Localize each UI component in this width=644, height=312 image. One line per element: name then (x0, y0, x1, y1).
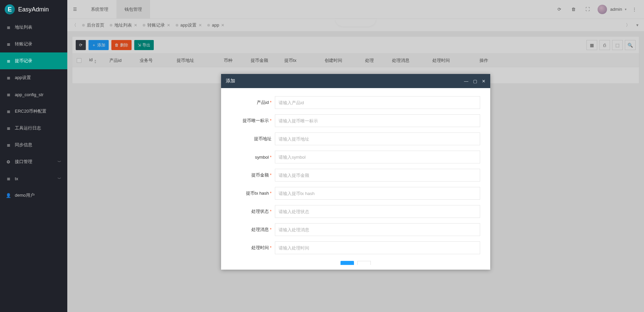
list-icon: ≣ (6, 176, 11, 181)
form-label-7: 处理消息* (231, 227, 275, 233)
sidebar-item-6[interactable]: ≣ 工具运行日志 (0, 120, 67, 136)
logo-icon: E (5, 4, 15, 14)
sidebar-item-1[interactable]: ≣ 转账记录 (0, 36, 67, 52)
sidebar-item-0[interactable]: ≣ 地址列表 (0, 19, 67, 36)
form-label-8: 处理时间* (231, 245, 275, 251)
chevron-down-icon: ﹀ (58, 159, 61, 164)
minimize-icon[interactable]: — (464, 79, 468, 84)
form-input-1[interactable] (275, 114, 480, 127)
modal-footer-peek (231, 261, 480, 265)
user-icon: 👤 (6, 193, 11, 198)
sidebar-item-5[interactable]: ≣ ERC20币种配置 (0, 103, 67, 120)
form-label-6: 处理状态* (231, 208, 275, 214)
side-nav: ≣ 地址列表≣ 转账记录≣ 提币记录≣ app设置≣ app_config_st… (0, 19, 67, 312)
sidebar-item-label: 接口管理 (15, 159, 32, 165)
form-row-7: 处理消息* (231, 223, 480, 236)
list-icon: ≣ (6, 109, 11, 114)
sidebar-item-label: 提币记录 (15, 58, 32, 64)
form-row-4: 提币金额* (231, 169, 480, 182)
form-input-2[interactable] (275, 132, 480, 145)
form-input-0[interactable] (275, 96, 480, 109)
modal-title: 添加 (226, 78, 235, 84)
cancel-button[interactable] (357, 261, 371, 265)
sidebar-item-label: 工具运行日志 (15, 125, 41, 131)
form-row-0: 产品id* (231, 96, 480, 109)
sidebar-item-8[interactable]: ⚙ 接口管理﹀ (0, 153, 67, 170)
form-label-0: 产品id* (231, 100, 275, 106)
submit-button[interactable] (341, 261, 354, 265)
list-icon: ≣ (6, 25, 11, 30)
logo-bar: E EasyAdmin (0, 0, 67, 19)
sidebar-item-7[interactable]: ≣ 同步信息 (0, 136, 67, 153)
modal-window-buttons: — ▢ ✕ (464, 79, 486, 84)
form-row-1: 提币唯一标示* (231, 114, 480, 127)
form-label-3: symbol* (231, 155, 275, 160)
list-icon: ≣ (6, 143, 11, 148)
form-row-6: 处理状态* (231, 205, 480, 218)
form-input-5[interactable] (275, 187, 480, 200)
sidebar-item-label: 地址列表 (15, 24, 32, 30)
list-icon: ≣ (6, 42, 11, 47)
modal-overlay: 添加 — ▢ ✕ 产品id* 提币唯一标示* 提币地址 symbol* 提 (67, 0, 644, 312)
modal-head: 添加 — ▢ ✕ (221, 74, 490, 88)
main: ☰ 系统管理钱包管理 ⟳ 🗑 ⛶ admin ▾ ⋮ 〈 后台首页 地址列表✕ (67, 0, 644, 312)
sidebar-item-10[interactable]: 👤 demo用户 (0, 187, 67, 204)
sidebar-item-3[interactable]: ≣ app设置 (0, 69, 67, 86)
sidebar-item-label: app_config_str (15, 92, 43, 97)
sidebar-item-label: tx (15, 176, 18, 181)
gear-icon: ⚙ (6, 159, 11, 164)
sidebar-item-9[interactable]: ≣ tx﹀ (0, 170, 67, 187)
form-label-5: 提币tx hash* (231, 190, 275, 196)
form-input-3[interactable] (275, 151, 480, 163)
form-input-6[interactable] (275, 205, 480, 218)
sidebar-item-label: 同步信息 (15, 142, 32, 148)
sidebar-item-2[interactable]: ≣ 提币记录 (0, 52, 67, 69)
maximize-icon[interactable]: ▢ (473, 79, 477, 84)
sidebar-item-label: demo用户 (15, 192, 35, 198)
form-label-2: 提币地址 (231, 136, 275, 142)
form-row-3: symbol* (231, 151, 480, 163)
form-row-8: 处理时间* (231, 241, 480, 254)
form-input-8[interactable] (275, 241, 480, 254)
modal: 添加 — ▢ ✕ 产品id* 提币唯一标示* 提币地址 symbol* 提 (221, 74, 490, 270)
list-icon: ≣ (6, 126, 11, 131)
sidebar-item-label: ERC20币种配置 (15, 108, 46, 114)
list-icon: ≣ (6, 58, 11, 64)
form-row-5: 提币tx hash* (231, 187, 480, 200)
sidebar-item-label: 转账记录 (15, 41, 32, 47)
modal-body: 产品id* 提币唯一标示* 提币地址 symbol* 提币金额* 提币tx ha… (221, 88, 490, 270)
sidebar: E EasyAdmin ≣ 地址列表≣ 转账记录≣ 提币记录≣ app设置≣ a… (0, 0, 67, 312)
list-icon: ≣ (6, 75, 11, 80)
form-input-4[interactable] (275, 169, 480, 182)
form-label-1: 提币唯一标示* (231, 118, 275, 124)
sidebar-item-label: app设置 (15, 75, 31, 81)
form-input-7[interactable] (275, 223, 480, 236)
brand-name: EasyAdmin (18, 6, 49, 13)
sidebar-item-4[interactable]: ≣ app_config_str (0, 86, 67, 103)
close-icon[interactable]: ✕ (482, 79, 486, 84)
form-row-2: 提币地址 (231, 132, 480, 145)
form-label-4: 提币金额* (231, 172, 275, 178)
list-icon: ≣ (6, 92, 11, 97)
chevron-down-icon: ﹀ (58, 176, 61, 181)
